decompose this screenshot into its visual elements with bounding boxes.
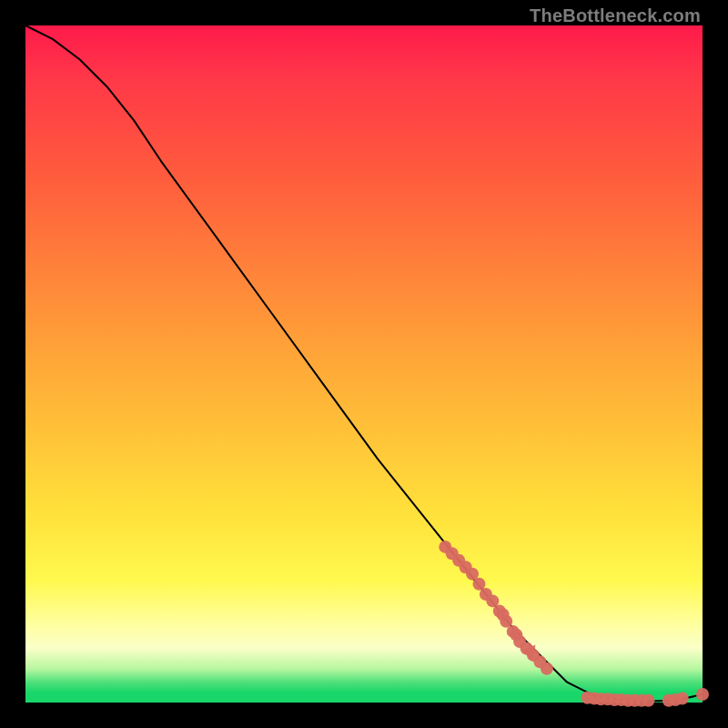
svg-point-28	[642, 694, 654, 707]
chart-overlay	[25, 25, 703, 703]
svg-point-32	[696, 688, 709, 701]
svg-point-17	[541, 662, 553, 675]
scatter-upper	[439, 541, 553, 675]
curve-line	[25, 25, 703, 702]
watermark-text: TheBottleneck.com	[530, 5, 701, 26]
svg-point-31	[676, 693, 689, 705]
chart-frame: TheBottleneck.com	[0, 0, 728, 728]
